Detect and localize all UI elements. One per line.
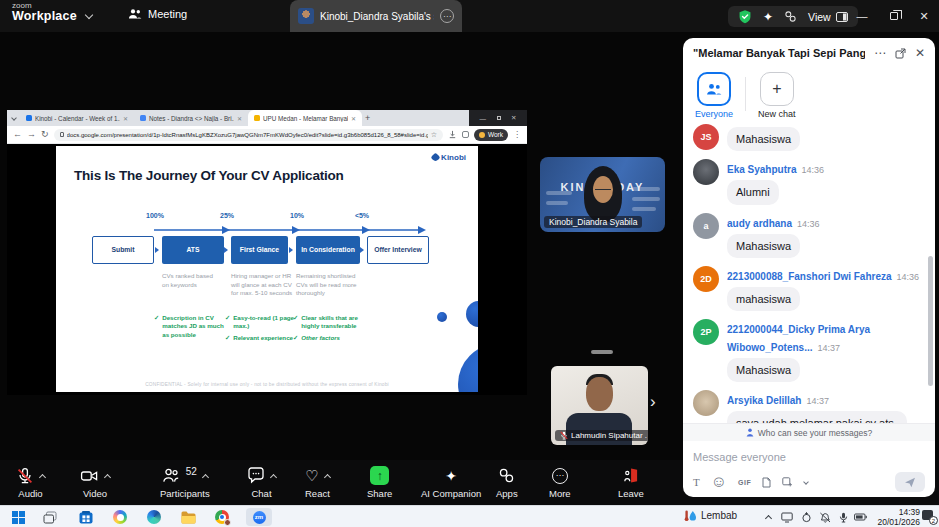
avatar: 2P (693, 319, 719, 345)
thumbnail-collapse-chevron[interactable]: › (650, 392, 656, 412)
video-tile-viewer[interactable]: Lahmudin Sipahutar . (551, 366, 648, 445)
brand-chevron-down-icon[interactable] (85, 11, 93, 19)
participants-button[interactable]: 52 Participants (160, 465, 210, 499)
pop-out-icon[interactable] (895, 48, 906, 59)
send-button[interactable] (895, 472, 925, 492)
back-icon[interactable]: ← (13, 130, 22, 139)
tray-expand-button[interactable] (760, 509, 776, 525)
tab-meeting[interactable]: Meeting (128, 8, 187, 20)
taskbar-clock[interactable]: 14:39 20/01/2026 (872, 508, 920, 527)
checklist-col-2: ✓Easy-to-read (1 page max.) ✓Relevant ex… (225, 314, 299, 345)
chat-messages[interactable]: JS Mahasiswa Eka Syahputra14:36 Alumni a… (683, 124, 935, 423)
participants-options-chevron-icon[interactable] (202, 473, 209, 480)
tray-bell-off-icon[interactable] (817, 509, 833, 525)
reload-icon[interactable]: ↻ (41, 130, 49, 139)
task-view-button[interactable] (42, 509, 58, 525)
mic-muted-icon (16, 467, 34, 485)
format-text-icon[interactable]: T (693, 476, 700, 488)
tab-close-icon[interactable]: ✕ (351, 115, 356, 122)
avatar (693, 159, 719, 185)
video-button[interactable]: Video (80, 465, 110, 499)
screenshot-icon[interactable] (782, 477, 792, 487)
share-button[interactable]: ↑ Share (367, 465, 392, 499)
attach-file-icon[interactable] (762, 477, 771, 488)
chat-more-icon[interactable]: ⋯ (874, 47, 886, 59)
ai-companion-button[interactable]: ✦ AI Companion (421, 465, 481, 499)
screenshot-options-chevron-icon[interactable] (803, 479, 809, 485)
react-options-chevron-icon[interactable] (324, 473, 331, 480)
browser-restore-icon[interactable] (497, 116, 501, 120)
view-button[interactable]: View (808, 11, 848, 23)
chat-options-chevron-icon[interactable] (270, 473, 277, 480)
message-time: 14:36 (801, 165, 824, 175)
gif-icon[interactable]: GIF (738, 479, 751, 486)
extension-icon[interactable] (462, 131, 469, 138)
browser-profile-button[interactable]: Work (474, 129, 508, 141)
check-item: Easy-to-read (1 page max.) (233, 314, 299, 331)
chat-toolbar: T ☺ GIF (683, 467, 935, 497)
chat-button[interactable]: Chat (247, 465, 276, 499)
ai-companion-icon[interactable]: ✦ (763, 11, 773, 23)
file-explorer-button[interactable] (180, 509, 196, 525)
react-button[interactable]: ♡ React (305, 465, 330, 499)
security-shield-icon[interactable] (738, 9, 752, 24)
chat-scrollbar[interactable] (928, 256, 933, 386)
bookmark-star-icon[interactable]: ☆ (431, 131, 437, 139)
privacy-note[interactable]: Who can see your messages? (683, 423, 935, 441)
tab-search-chevron-icon[interactable] (10, 114, 18, 122)
tab-new-chat[interactable]: + New chat (758, 72, 796, 119)
leave-button[interactable]: Leave (618, 465, 644, 499)
close-button[interactable]: ✕ (908, 0, 939, 32)
message-bubble: Mahasiswa (727, 358, 800, 382)
video-tile-speaker[interactable]: KINOBI DAY Kinobi_Diandra Syabila (540, 157, 665, 232)
audio-options-chevron-icon[interactable] (39, 473, 46, 480)
minimize-button[interactable]: — (846, 0, 878, 32)
percent-label: 100% (135, 212, 175, 219)
browser-tab-title: Kinobi - Calendar - Week of 1... (35, 115, 120, 122)
zoom-workplace-logo: zoom Workplace (12, 2, 77, 24)
microsoft-store-button[interactable] (78, 509, 94, 525)
browser-tab-slides-active[interactable]: UPU Medan - Melamar Banyak ✕ (248, 110, 362, 126)
notification-center-button[interactable]: 2 (922, 510, 937, 523)
audio-button[interactable]: Audio (16, 465, 45, 499)
download-icon[interactable] (448, 130, 457, 139)
tray-battery-icon[interactable] (852, 509, 868, 525)
screen-share-options-icon[interactable]: ⋯ (440, 9, 454, 23)
participants-count: 52 (186, 466, 197, 477)
start-button[interactable] (10, 509, 26, 525)
tab-everyone[interactable]: Everyone (695, 72, 733, 119)
new-tab-button[interactable]: + (365, 113, 370, 123)
edge-button[interactable] (146, 509, 162, 525)
message-input[interactable] (693, 451, 925, 463)
browser-tab-notes[interactable]: Notes - Diandra <> Najla - Bri... ✕ (134, 110, 248, 126)
restore-button[interactable] (878, 0, 910, 32)
url-field[interactable]: docs.google.com/presentation/d/1p-IdtcRn… (54, 129, 443, 141)
zoom-taskbar-button[interactable]: zm (246, 508, 272, 526)
more-button[interactable]: ⋯ More (549, 465, 571, 499)
thumbnail-drag-handle[interactable] (591, 350, 613, 354)
browser-minimize-icon[interactable]: — (480, 115, 487, 122)
browser-address-bar: ← → ↻ docs.google.com/presentation/d/1p-… (7, 126, 527, 144)
weather-widget[interactable]: Lembab (684, 509, 737, 522)
speaker-name-label: Kinobi_Diandra Syabila (544, 216, 642, 228)
browser-menu-icon[interactable]: ⋮ (513, 130, 521, 139)
emoji-icon[interactable]: ☺ (711, 473, 727, 491)
forward-icon[interactable]: → (27, 130, 36, 139)
apps-icon[interactable] (784, 10, 797, 23)
tray-display-icon[interactable] (779, 509, 795, 525)
chat-close-icon[interactable]: ✕ (915, 47, 925, 59)
apps-button[interactable]: Apps (496, 465, 518, 499)
tab-close-icon[interactable]: ✕ (237, 115, 242, 122)
browser-tab-calendar[interactable]: Kinobi - Calendar - Week of 1... ✕ (20, 110, 134, 126)
video-options-chevron-icon[interactable] (104, 473, 111, 480)
tray-mic-icon[interactable] (835, 509, 851, 525)
tab-screen-share[interactable]: Kinobi_Diandra Syabila's screen ⋯ (290, 0, 462, 32)
chrome-button[interactable] (214, 509, 230, 525)
edge-icon (147, 510, 161, 524)
weather-label: Lembab (701, 510, 737, 521)
tab-close-icon[interactable]: ✕ (123, 115, 128, 122)
copilot-button[interactable] (112, 509, 128, 525)
browser-close-icon[interactable]: ✕ (511, 114, 516, 122)
participants-icon (162, 467, 180, 484)
tray-sync-icon[interactable] (798, 509, 814, 525)
